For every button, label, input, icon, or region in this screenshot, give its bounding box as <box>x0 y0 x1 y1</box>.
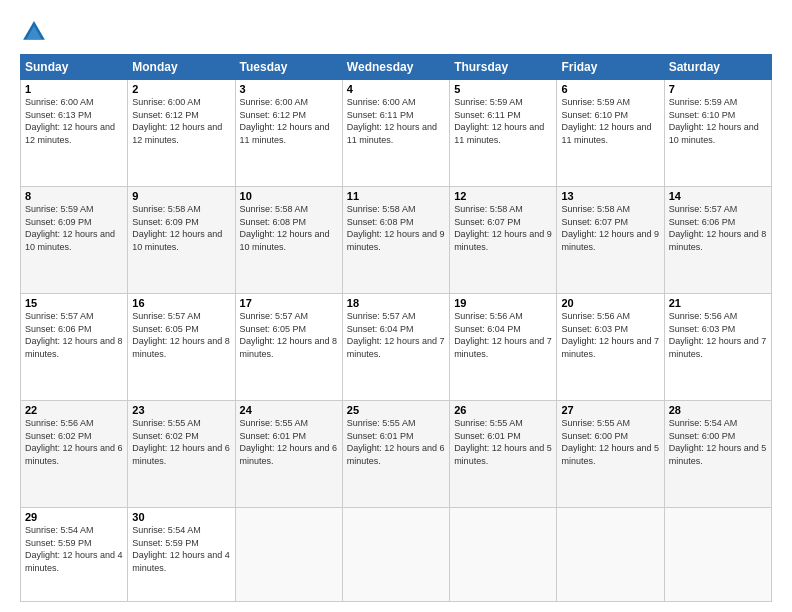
day-cell: 14Sunrise: 5:57 AMSunset: 6:06 PMDayligh… <box>664 187 771 294</box>
day-info: Sunrise: 5:58 AMSunset: 6:08 PMDaylight:… <box>347 203 445 253</box>
day-info: Sunrise: 5:59 AMSunset: 6:09 PMDaylight:… <box>25 203 123 253</box>
calendar-header: SundayMondayTuesdayWednesdayThursdayFrid… <box>21 55 772 80</box>
day-cell: 25Sunrise: 5:55 AMSunset: 6:01 PMDayligh… <box>342 401 449 508</box>
day-cell <box>557 508 664 602</box>
day-number: 25 <box>347 404 445 416</box>
day-info: Sunrise: 5:58 AMSunset: 6:09 PMDaylight:… <box>132 203 230 253</box>
header-row: SundayMondayTuesdayWednesdayThursdayFrid… <box>21 55 772 80</box>
day-number: 8 <box>25 190 123 202</box>
day-cell: 2Sunrise: 6:00 AMSunset: 6:12 PMDaylight… <box>128 80 235 187</box>
day-number: 9 <box>132 190 230 202</box>
day-cell: 10Sunrise: 5:58 AMSunset: 6:08 PMDayligh… <box>235 187 342 294</box>
day-cell <box>342 508 449 602</box>
day-number: 7 <box>669 83 767 95</box>
week-row-4: 22Sunrise: 5:56 AMSunset: 6:02 PMDayligh… <box>21 401 772 508</box>
day-number: 5 <box>454 83 552 95</box>
week-row-5: 29Sunrise: 5:54 AMSunset: 5:59 PMDayligh… <box>21 508 772 602</box>
day-info: Sunrise: 5:58 AMSunset: 6:07 PMDaylight:… <box>561 203 659 253</box>
day-cell: 21Sunrise: 5:56 AMSunset: 6:03 PMDayligh… <box>664 294 771 401</box>
day-number: 20 <box>561 297 659 309</box>
day-number: 17 <box>240 297 338 309</box>
day-cell: 7Sunrise: 5:59 AMSunset: 6:10 PMDaylight… <box>664 80 771 187</box>
day-number: 14 <box>669 190 767 202</box>
day-info: Sunrise: 5:57 AMSunset: 6:04 PMDaylight:… <box>347 310 445 360</box>
day-info: Sunrise: 5:57 AMSunset: 6:06 PMDaylight:… <box>25 310 123 360</box>
day-cell: 30Sunrise: 5:54 AMSunset: 5:59 PMDayligh… <box>128 508 235 602</box>
day-info: Sunrise: 5:59 AMSunset: 6:10 PMDaylight:… <box>561 96 659 146</box>
day-number: 11 <box>347 190 445 202</box>
day-info: Sunrise: 5:59 AMSunset: 6:10 PMDaylight:… <box>669 96 767 146</box>
day-info: Sunrise: 6:00 AMSunset: 6:12 PMDaylight:… <box>240 96 338 146</box>
day-info: Sunrise: 5:56 AMSunset: 6:04 PMDaylight:… <box>454 310 552 360</box>
day-number: 6 <box>561 83 659 95</box>
day-number: 24 <box>240 404 338 416</box>
week-row-1: 1Sunrise: 6:00 AMSunset: 6:13 PMDaylight… <box>21 80 772 187</box>
day-cell: 28Sunrise: 5:54 AMSunset: 6:00 PMDayligh… <box>664 401 771 508</box>
logo <box>20 18 52 46</box>
day-cell: 8Sunrise: 5:59 AMSunset: 6:09 PMDaylight… <box>21 187 128 294</box>
day-header-monday: Monday <box>128 55 235 80</box>
day-cell: 26Sunrise: 5:55 AMSunset: 6:01 PMDayligh… <box>450 401 557 508</box>
day-number: 23 <box>132 404 230 416</box>
day-info: Sunrise: 6:00 AMSunset: 6:12 PMDaylight:… <box>132 96 230 146</box>
day-cell: 11Sunrise: 5:58 AMSunset: 6:08 PMDayligh… <box>342 187 449 294</box>
day-info: Sunrise: 5:58 AMSunset: 6:07 PMDaylight:… <box>454 203 552 253</box>
calendar-table: SundayMondayTuesdayWednesdayThursdayFrid… <box>20 54 772 602</box>
day-cell: 17Sunrise: 5:57 AMSunset: 6:05 PMDayligh… <box>235 294 342 401</box>
day-cell <box>450 508 557 602</box>
day-number: 28 <box>669 404 767 416</box>
header <box>20 18 772 46</box>
day-info: Sunrise: 5:55 AMSunset: 6:01 PMDaylight:… <box>240 417 338 467</box>
day-cell: 29Sunrise: 5:54 AMSunset: 5:59 PMDayligh… <box>21 508 128 602</box>
day-cell: 18Sunrise: 5:57 AMSunset: 6:04 PMDayligh… <box>342 294 449 401</box>
day-cell: 1Sunrise: 6:00 AMSunset: 6:13 PMDaylight… <box>21 80 128 187</box>
day-header-friday: Friday <box>557 55 664 80</box>
day-info: Sunrise: 5:56 AMSunset: 6:03 PMDaylight:… <box>561 310 659 360</box>
day-number: 19 <box>454 297 552 309</box>
day-info: Sunrise: 5:54 AMSunset: 5:59 PMDaylight:… <box>25 524 123 574</box>
day-info: Sunrise: 5:57 AMSunset: 6:05 PMDaylight:… <box>132 310 230 360</box>
day-number: 4 <box>347 83 445 95</box>
day-info: Sunrise: 5:54 AMSunset: 5:59 PMDaylight:… <box>132 524 230 574</box>
week-row-3: 15Sunrise: 5:57 AMSunset: 6:06 PMDayligh… <box>21 294 772 401</box>
week-row-2: 8Sunrise: 5:59 AMSunset: 6:09 PMDaylight… <box>21 187 772 294</box>
day-number: 15 <box>25 297 123 309</box>
day-info: Sunrise: 6:00 AMSunset: 6:11 PMDaylight:… <box>347 96 445 146</box>
day-header-tuesday: Tuesday <box>235 55 342 80</box>
day-info: Sunrise: 5:55 AMSunset: 6:00 PMDaylight:… <box>561 417 659 467</box>
day-cell: 15Sunrise: 5:57 AMSunset: 6:06 PMDayligh… <box>21 294 128 401</box>
day-cell: 13Sunrise: 5:58 AMSunset: 6:07 PMDayligh… <box>557 187 664 294</box>
day-cell: 4Sunrise: 6:00 AMSunset: 6:11 PMDaylight… <box>342 80 449 187</box>
day-number: 27 <box>561 404 659 416</box>
day-cell: 22Sunrise: 5:56 AMSunset: 6:02 PMDayligh… <box>21 401 128 508</box>
day-info: Sunrise: 5:54 AMSunset: 6:00 PMDaylight:… <box>669 417 767 467</box>
day-number: 22 <box>25 404 123 416</box>
day-number: 21 <box>669 297 767 309</box>
day-cell: 23Sunrise: 5:55 AMSunset: 6:02 PMDayligh… <box>128 401 235 508</box>
day-cell: 27Sunrise: 5:55 AMSunset: 6:00 PMDayligh… <box>557 401 664 508</box>
day-number: 29 <box>25 511 123 523</box>
day-cell: 12Sunrise: 5:58 AMSunset: 6:07 PMDayligh… <box>450 187 557 294</box>
day-info: Sunrise: 5:58 AMSunset: 6:08 PMDaylight:… <box>240 203 338 253</box>
day-cell: 16Sunrise: 5:57 AMSunset: 6:05 PMDayligh… <box>128 294 235 401</box>
day-cell <box>235 508 342 602</box>
day-info: Sunrise: 5:57 AMSunset: 6:05 PMDaylight:… <box>240 310 338 360</box>
day-number: 1 <box>25 83 123 95</box>
day-header-sunday: Sunday <box>21 55 128 80</box>
day-header-saturday: Saturday <box>664 55 771 80</box>
day-info: Sunrise: 5:59 AMSunset: 6:11 PMDaylight:… <box>454 96 552 146</box>
day-cell: 6Sunrise: 5:59 AMSunset: 6:10 PMDaylight… <box>557 80 664 187</box>
day-number: 10 <box>240 190 338 202</box>
page: SundayMondayTuesdayWednesdayThursdayFrid… <box>0 0 792 612</box>
day-header-thursday: Thursday <box>450 55 557 80</box>
day-cell: 19Sunrise: 5:56 AMSunset: 6:04 PMDayligh… <box>450 294 557 401</box>
day-number: 2 <box>132 83 230 95</box>
day-number: 26 <box>454 404 552 416</box>
day-info: Sunrise: 5:55 AMSunset: 6:01 PMDaylight:… <box>454 417 552 467</box>
logo-icon <box>20 18 48 46</box>
day-header-wednesday: Wednesday <box>342 55 449 80</box>
day-info: Sunrise: 5:56 AMSunset: 6:02 PMDaylight:… <box>25 417 123 467</box>
day-info: Sunrise: 5:55 AMSunset: 6:02 PMDaylight:… <box>132 417 230 467</box>
day-cell: 3Sunrise: 6:00 AMSunset: 6:12 PMDaylight… <box>235 80 342 187</box>
day-number: 30 <box>132 511 230 523</box>
